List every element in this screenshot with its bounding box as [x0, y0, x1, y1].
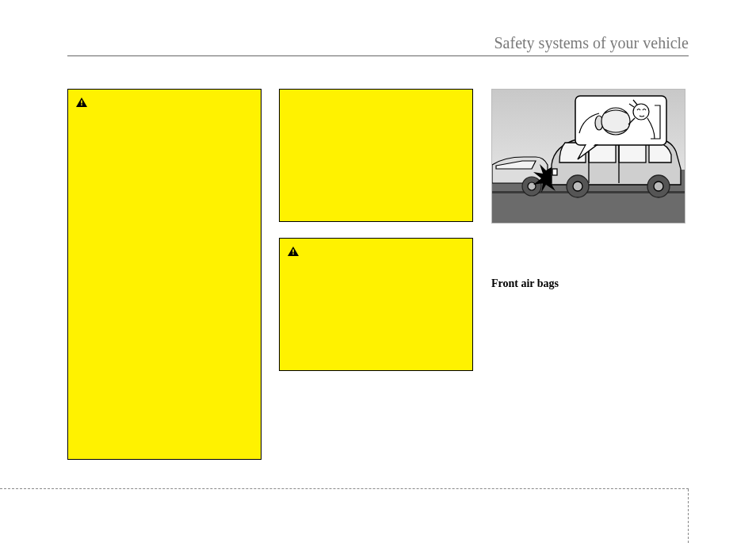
collision-airbag-svg: [492, 90, 685, 224]
warning-triangle-icon: [76, 96, 87, 110]
header-rule: [67, 55, 689, 56]
warning-triangle-icon: [288, 245, 299, 259]
svg-point-18: [654, 182, 663, 191]
page: Safety systems of your vehicle: [0, 0, 756, 543]
airbag-illustration: [491, 89, 685, 224]
warning-box-large: [67, 89, 262, 460]
svg-rect-2: [81, 105, 82, 106]
svg-rect-4: [292, 250, 294, 253]
svg-point-25: [633, 104, 649, 120]
svg-point-9: [528, 182, 536, 190]
section-heading: Front air bags: [491, 277, 559, 290]
svg-rect-5: [292, 254, 294, 255]
svg-point-16: [573, 182, 582, 191]
page-bottom-rule: [0, 488, 689, 489]
svg-rect-19: [552, 169, 557, 175]
svg-rect-1: [81, 101, 82, 104]
caution-box: [279, 89, 473, 222]
page-title: Safety systems of your vehicle: [494, 34, 689, 52]
warning-box-small: [279, 238, 473, 371]
svg-point-24: [601, 108, 630, 135]
page-side-rule: [688, 489, 689, 543]
